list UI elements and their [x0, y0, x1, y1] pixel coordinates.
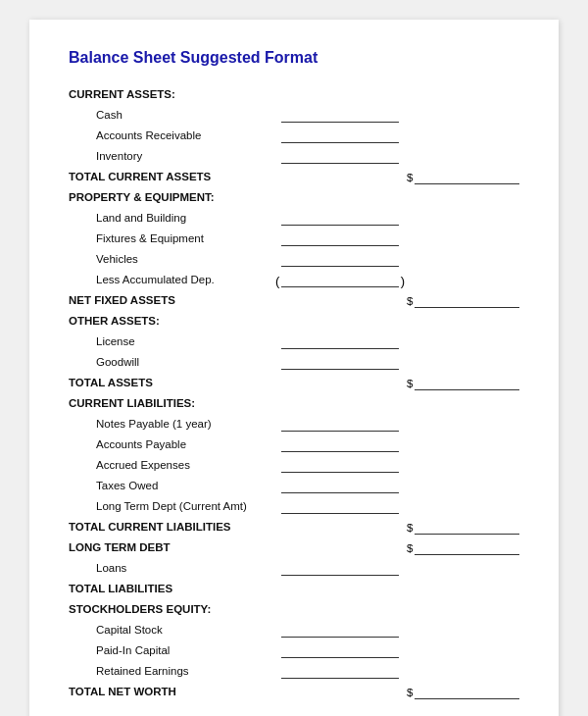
row-label-15: CURRENT LIABILITIES: — [69, 395, 277, 411]
row-label-5: PROPERTY & EQUIPMENT: — [69, 189, 277, 205]
line-field-8[interactable] — [281, 253, 399, 267]
line-field-28[interactable] — [281, 665, 399, 679]
dollar-sign-22: $ — [407, 542, 413, 555]
balance-row-5: PROPERTY & EQUIPMENT: — [69, 187, 519, 205]
row-label-27: Paid-In Capital — [69, 642, 277, 658]
sections-container: CURRENT ASSETS:CashAccounts ReceivableIn… — [69, 84, 519, 716]
balance-row-17: Accounts Payable — [69, 435, 519, 452]
dollar-line-29[interactable] — [415, 686, 519, 699]
dollar-line-4[interactable] — [415, 171, 519, 184]
row-label-8: Vehicles — [69, 251, 277, 267]
balance-row-26: Capital Stock — [69, 620, 519, 638]
balance-row-2: Accounts Receivable — [69, 126, 519, 143]
row-label-16: Notes Payable (1 year) — [69, 416, 277, 432]
dollar-sign-21: $ — [407, 522, 413, 535]
row-label-0: CURRENT ASSETS: — [69, 86, 277, 102]
balance-row-1: Cash — [69, 105, 519, 123]
dollar-field-10[interactable]: $ — [407, 294, 519, 308]
row-label-20: Long Term Dept (Current Amt) — [69, 498, 277, 514]
line-field-6[interactable] — [281, 212, 399, 226]
dollar-field-14[interactable]: $ — [407, 377, 519, 390]
balance-row-6: Land and Building — [69, 208, 519, 226]
dollar-field-21[interactable]: $ — [407, 521, 519, 535]
balance-row-9: Less Accumulated Dep. — [69, 270, 519, 287]
dollar-sign-29: $ — [407, 687, 413, 699]
dollar-sign-4: $ — [407, 172, 413, 184]
row-label-1: Cash — [69, 107, 277, 123]
balance-row-23: Loans — [69, 558, 519, 576]
line-field-17[interactable] — [281, 438, 399, 452]
balance-row-11: OTHER ASSETS: — [69, 311, 519, 329]
line-field-9[interactable] — [281, 274, 399, 287]
balance-row-4: TOTAL CURRENT ASSETS$ — [69, 167, 519, 184]
row-label-6: Land and Building — [69, 210, 277, 226]
balance-row-30 — [69, 702, 519, 716]
balance-row-28: Retained Earnings — [69, 661, 519, 679]
balance-row-27: Paid-In Capital — [69, 640, 519, 658]
balance-row-16: Notes Payable (1 year) — [69, 414, 519, 432]
dollar-sign-14: $ — [407, 378, 413, 390]
row-label-26: Capital Stock — [69, 622, 277, 638]
balance-row-14: TOTAL ASSETS$ — [69, 373, 519, 390]
row-label-25: STOCKHOLDERS EQUITY: — [69, 601, 277, 617]
row-label-23: Loans — [69, 560, 277, 576]
balance-row-7: Fixtures & Equipment — [69, 229, 519, 246]
balance-row-10: NET FIXED ASSETS$ — [69, 290, 519, 308]
row-label-12: License — [69, 333, 277, 349]
row-label-9: Less Accumulated Dep. — [69, 272, 277, 287]
dollar-line-14[interactable] — [415, 377, 519, 390]
row-label-29: TOTAL NET WORTH — [69, 684, 277, 699]
line-field-26[interactable] — [281, 624, 399, 638]
row-label-28: Retained Earnings — [69, 663, 277, 679]
row-label-18: Accrued Expenses — [69, 457, 277, 473]
line-field-23[interactable] — [281, 562, 399, 576]
row-label-13: Goodwill — [69, 354, 277, 370]
balance-row-0: CURRENT ASSETS: — [69, 84, 519, 102]
page-title: Balance Sheet Suggested Format — [69, 49, 519, 67]
dollar-field-22[interactable]: $ — [407, 541, 519, 555]
balance-row-18: Accrued Expenses — [69, 455, 519, 473]
line-field-7[interactable] — [281, 232, 399, 246]
row-label-2: Accounts Receivable — [69, 128, 277, 143]
line-field-2[interactable] — [281, 129, 399, 143]
row-label-14: TOTAL ASSETS — [69, 375, 277, 390]
balance-row-13: Goodwill — [69, 352, 519, 370]
row-label-11: OTHER ASSETS: — [69, 313, 277, 329]
balance-row-21: TOTAL CURRENT LIABILITIES$ — [69, 517, 519, 535]
line-field-27[interactable] — [281, 644, 399, 658]
balance-sheet-page: Balance Sheet Suggested Format CURRENT A… — [29, 20, 559, 716]
line-field-16[interactable] — [281, 418, 399, 432]
row-label-17: Accounts Payable — [69, 436, 277, 452]
balance-row-29: TOTAL NET WORTH$ — [69, 682, 519, 699]
balance-row-8: Vehicles — [69, 249, 519, 267]
balance-row-15: CURRENT LIABILITIES: — [69, 393, 519, 411]
row-label-3: Inventory — [69, 148, 277, 164]
row-label-21: TOTAL CURRENT LIABILITIES — [69, 519, 277, 535]
balance-row-12: License — [69, 332, 519, 349]
balance-row-20: Long Term Dept (Current Amt) — [69, 496, 519, 514]
line-field-18[interactable] — [281, 459, 399, 473]
line-field-19[interactable] — [281, 480, 399, 493]
row-label-19: Taxes Owed — [69, 478, 277, 493]
line-field-12[interactable] — [281, 335, 399, 349]
row-label-10: NET FIXED ASSETS — [69, 292, 277, 308]
line-field-3[interactable] — [281, 150, 399, 164]
dollar-field-4[interactable]: $ — [407, 171, 519, 184]
line-field-20[interactable] — [281, 500, 399, 514]
line-field-1[interactable] — [281, 109, 399, 123]
dollar-field-29[interactable]: $ — [407, 686, 519, 699]
dollar-sign-10: $ — [407, 295, 413, 308]
balance-row-19: Taxes Owed — [69, 476, 519, 493]
balance-row-25: STOCKHOLDERS EQUITY: — [69, 599, 519, 617]
row-label-24: TOTAL LIABILITIES — [69, 581, 277, 596]
dollar-line-10[interactable] — [415, 294, 519, 308]
line-field-13[interactable] — [281, 356, 399, 370]
balance-row-3: Inventory — [69, 146, 519, 164]
row-label-22: LONG TERM DEBT — [69, 539, 277, 555]
balance-row-22: LONG TERM DEBT$ — [69, 537, 519, 555]
balance-row-24: TOTAL LIABILITIES — [69, 579, 519, 596]
dollar-line-22[interactable] — [415, 541, 519, 555]
row-label-4: TOTAL CURRENT ASSETS — [69, 169, 277, 184]
row-label-7: Fixtures & Equipment — [69, 230, 277, 246]
dollar-line-21[interactable] — [415, 521, 519, 535]
